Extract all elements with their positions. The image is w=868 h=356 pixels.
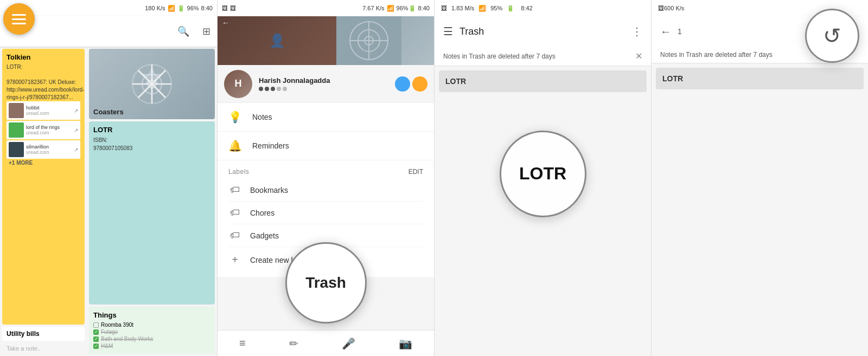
take-note-placeholder[interactable]: Take a note.. <box>2 343 85 354</box>
checkbox-checked-3[interactable]: ✓ <box>93 336 99 342</box>
dot-5 <box>283 87 287 91</box>
panel1-battery: 96% <box>187 5 199 11</box>
panel2-edit-icon[interactable]: ✏ <box>289 337 298 350</box>
search-icon[interactable]: 🔍 <box>177 25 189 37</box>
panel4-info-text: Notes in Trash are deleted after 7 days <box>660 51 773 59</box>
panel1-time: 8:40 <box>201 5 213 11</box>
panel3-info-text: Notes in Trash are deleted after 7 days <box>443 53 556 60</box>
panel2-signal: 📶 <box>387 5 394 12</box>
coasters-note-title: Coasters <box>93 108 124 116</box>
external-link-icon: ↗ <box>74 108 78 114</box>
panel3-battery-icon: 🔋 <box>507 5 514 12</box>
more-badge[interactable]: +1 MORE <box>7 159 80 167</box>
panel2-img-icon2: 🖼 <box>230 5 236 11</box>
trash-circle-overlay[interactable]: Trash <box>285 242 367 323</box>
checklist-text-4: H&M <box>101 343 113 349</box>
panel3-more-icon[interactable]: ⋮ <box>631 25 642 38</box>
panel3-status-bar: 🖼 1.83 M/s 📶 95% 🔋 8:42 <box>435 0 651 16</box>
lotr-circle-label: LOTR <box>519 164 566 184</box>
panel3-signal: 📶 <box>478 5 486 12</box>
label-item-chores[interactable]: 🏷 Chores <box>228 202 423 224</box>
coasters-note[interactable]: Coasters <box>89 49 215 119</box>
panel1-right-column: Coasters LOTR ISBN:9780007105083 Things … <box>87 47 217 356</box>
panel2-time: 8:40 <box>418 5 430 11</box>
things-note[interactable]: Things Roomba 390t ✓ Futago ✓ Bath and B… <box>89 307 215 354</box>
panel3-title: Trash <box>459 26 625 37</box>
panel4-lotr-note-card[interactable]: LOTR <box>656 68 864 89</box>
panel4-img-icon: 🖼 <box>658 5 664 11</box>
label-bookmarks-text: Bookmarks <box>250 186 288 195</box>
hamburger-line-1 <box>12 14 26 16</box>
lotr-circle-overlay[interactable]: LOTR <box>500 131 586 217</box>
label-folder-icon-3: 🏷 <box>228 230 241 241</box>
mini-avatar-2[interactable] <box>412 76 427 92</box>
tolkien-note[interactable]: Tolkien LOTR:9780007182367: UK Deluxe: h… <box>2 49 85 325</box>
panel1-speed: 180 K/s <box>145 5 165 11</box>
panel2-user-photo-area: 👤 ← <box>218 16 434 65</box>
panel2-mic-icon[interactable]: 🎤 <box>342 337 355 350</box>
nav-item-notes[interactable]: 💡 Notes <box>218 103 434 132</box>
mini-avatar-1[interactable] <box>395 76 410 92</box>
tolkien-note-title: Tolkien <box>7 53 80 61</box>
hamburger-button[interactable] <box>3 3 35 35</box>
panel3-note-card-label: LOTR <box>445 77 466 86</box>
panel2-user-row: H Harish Jonnalagadda <box>218 65 434 103</box>
user-avatar: H <box>224 70 252 98</box>
lotr-note[interactable]: LOTR ISBN:9780007105083 <box>89 121 215 305</box>
external-link-icon-3: ↗ <box>74 147 78 153</box>
tolkien-note-body: LOTR:9780007182367: UK Deluxe: http://ww… <box>7 63 80 101</box>
checklist-text-2: Futago <box>101 329 118 335</box>
utility-bills-note[interactable]: Utility bills <box>2 327 85 341</box>
panel-3-trash: 🖼 1.83 M/s 📶 95% 🔋 8:42 ☰ Trash ⋮ Notes … <box>434 0 651 356</box>
panel3-info-banner: Notes in Trash are deleted after 7 days … <box>435 47 651 66</box>
panel3-time: 8:42 <box>521 5 532 11</box>
sub-note-lotr[interactable]: lord of the ringsuread.com ↗ <box>7 121 80 139</box>
notes-nav-icon: 💡 <box>228 111 241 124</box>
coasters-image <box>127 60 176 108</box>
panel1-battery-icon: 🔋 <box>177 5 185 12</box>
checkbox-checked-4[interactable]: ✓ <box>93 344 99 349</box>
panel4-back-icon[interactable]: ← <box>660 25 671 38</box>
sub-note-silmarillion[interactable]: silmarillionuread.com ↗ <box>7 140 80 159</box>
label-item-bookmarks[interactable]: 🏷 Bookmarks <box>228 179 423 202</box>
hamburger-line-3 <box>12 23 26 24</box>
checklist-item-3: ✓ Bath and Body Works <box>93 335 210 342</box>
panel3-battery: 95% <box>490 5 502 11</box>
panel2-nav: 💡 Notes 🔔 Reminders <box>218 103 434 160</box>
back-arrow-icon: ← <box>222 18 229 27</box>
panel3-img-icon: 🖼 <box>441 5 447 11</box>
panel3-close-icon[interactable]: ✕ <box>635 51 642 61</box>
user-email-dots <box>259 87 388 91</box>
labels-header: Labels EDIT <box>228 165 423 179</box>
panel3-lotr-note-card[interactable]: LOTR <box>439 70 647 92</box>
panel1-status-info: 180 K/s 📶 🔋 96% 8:40 <box>145 5 213 12</box>
panel1-content: Tolkien LOTR:9780007182367: UK Deluxe: h… <box>0 47 217 356</box>
checkbox-empty-1[interactable] <box>93 322 99 328</box>
trash-circle-label: Trash <box>305 274 346 292</box>
checklist-item-4: ✓ H&M <box>93 342 210 349</box>
history-circle-overlay[interactable]: ↺ <box>805 9 859 63</box>
edit-labels-button[interactable]: EDIT <box>409 168 423 176</box>
sub-note-label: hobbituread.com <box>26 105 72 116</box>
nav-reminders-label: Reminders <box>252 141 289 150</box>
checkbox-checked-2[interactable]: ✓ <box>93 329 99 335</box>
checklist-item-2: ✓ Futago <box>93 328 210 335</box>
panel3-menu-icon[interactable]: ☰ <box>443 25 453 38</box>
checklist-item-1: Roomba 390t <box>93 321 210 328</box>
nav-notes-label: Notes <box>252 113 272 121</box>
hamburger-line-2 <box>12 18 26 20</box>
nav-item-reminders[interactable]: 🔔 Reminders <box>218 132 434 160</box>
panel2-battery-icon: 🔋 <box>409 5 416 12</box>
user-extra-avatars <box>395 76 427 92</box>
panel4-page-number: 1 <box>678 27 682 36</box>
sub-note-label-silmarillion: silmarillionuread.com <box>26 144 72 155</box>
panel3-content: LOTR <box>435 66 651 96</box>
photo-person-icon: 👤 <box>269 33 285 48</box>
panel2-camera-icon[interactable]: 📷 <box>399 337 412 350</box>
grid-view-icon[interactable]: ⊞ <box>202 25 210 37</box>
panel2-list-icon[interactable]: ≡ <box>239 337 246 349</box>
panel2-battery: 96% <box>397 5 409 11</box>
sub-note-hobbit[interactable]: hobbituread.com ↗ <box>7 101 80 120</box>
panel4-note-card-label: LOTR <box>662 74 683 83</box>
reminders-nav-icon: 🔔 <box>228 139 241 152</box>
